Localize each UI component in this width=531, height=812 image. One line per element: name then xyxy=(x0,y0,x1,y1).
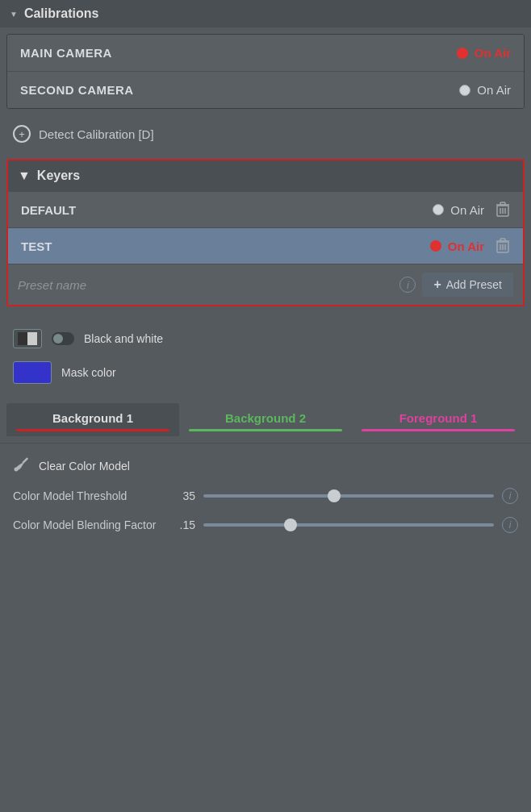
dot-test xyxy=(430,240,441,252)
blending-label: Color Model Blending Factor xyxy=(13,518,158,531)
keyers-title: Keyers xyxy=(37,169,80,183)
dot-active-main xyxy=(457,48,468,59)
preset-name-row: i + Add Preset xyxy=(8,264,523,305)
bw-row: Black and white xyxy=(13,323,518,355)
calibrations-title: Calibrations xyxy=(24,6,98,21)
preset-name-input[interactable] xyxy=(18,278,393,292)
keyers-section: ▼ Keyers DEFAULT On Air xyxy=(6,159,525,306)
add-preset-button[interactable]: + Add Preset xyxy=(422,273,513,297)
tab-background2-underline xyxy=(189,429,342,431)
svg-rect-8 xyxy=(500,239,505,241)
threshold-value: 35 xyxy=(166,489,195,502)
threshold-label: Color Model Threshold xyxy=(13,489,158,502)
on-air-default: On Air xyxy=(433,203,484,217)
blending-info-button[interactable]: i xyxy=(502,517,518,533)
on-air-label-test: On Air xyxy=(448,239,484,253)
blending-thumb[interactable] xyxy=(284,518,297,531)
on-air-label-default: On Air xyxy=(450,203,484,217)
on-air-label-second: On Air xyxy=(477,83,511,97)
svg-line-15 xyxy=(23,458,27,463)
blending-slider-row: Color Model Blending Factor .15 i xyxy=(0,510,531,539)
tab-foreground1-underline xyxy=(362,429,515,431)
svg-rect-2 xyxy=(500,202,505,205)
controls-section: Black and white Mask color xyxy=(0,313,531,400)
detect-calibration-row[interactable]: Detect Calibration [D] xyxy=(0,115,531,152)
camera-name-main: MAIN CAMERA xyxy=(20,46,112,60)
camera-row-second[interactable]: SECOND CAMERA On Air xyxy=(7,72,524,108)
clear-color-model-label: Clear Color Model xyxy=(39,460,130,473)
bw-label: Black and white xyxy=(84,332,163,345)
keyer-right-test: On Air xyxy=(430,238,510,254)
threshold-thumb[interactable] xyxy=(328,489,341,502)
camera-list: MAIN CAMERA On Air SECOND CAMERA On Air xyxy=(6,34,525,109)
main-panel: ▼ Calibrations MAIN CAMERA On Air SECOND… xyxy=(0,0,531,539)
svg-point-14 xyxy=(15,468,19,472)
calibrations-arrow: ▼ xyxy=(10,10,18,19)
mask-color-row: Mask color xyxy=(13,355,518,390)
add-icon: + xyxy=(433,277,441,292)
calibrations-header[interactable]: ▼ Calibrations xyxy=(0,0,531,27)
keyer-right-default: On Air xyxy=(433,202,510,218)
detect-calibration-label: Detect Calibration [D] xyxy=(39,127,154,141)
divider-1 xyxy=(0,443,531,443)
keyer-row-test[interactable]: TEST On Air xyxy=(8,227,523,264)
threshold-info-button[interactable]: i xyxy=(502,488,518,504)
tab-background2-label: Background 2 xyxy=(225,411,306,425)
tab-foreground1[interactable]: Foreground 1 xyxy=(352,403,525,436)
clear-color-model-row: Clear Color Model xyxy=(0,447,531,481)
on-air-label-main: On Air xyxy=(475,46,511,60)
keyer-name-test: TEST xyxy=(21,239,52,253)
dot-inactive-second xyxy=(459,85,470,96)
preset-info-button[interactable]: i xyxy=(399,277,416,293)
on-air-main: On Air xyxy=(457,46,511,60)
brush-icon xyxy=(13,455,31,477)
keyers-header[interactable]: ▼ Keyers xyxy=(8,160,523,191)
bw-toggle[interactable] xyxy=(52,332,74,345)
delete-default-button[interactable] xyxy=(495,202,510,218)
tab-background1[interactable]: Background 1 xyxy=(6,403,179,436)
delete-test-button[interactable] xyxy=(495,238,510,254)
keyer-row-default[interactable]: DEFAULT On Air xyxy=(8,191,523,227)
on-air-second: On Air xyxy=(459,83,511,97)
threshold-track xyxy=(203,494,494,498)
threshold-slider-row: Color Model Threshold 35 i xyxy=(0,481,531,510)
keyer-name-default: DEFAULT xyxy=(21,203,76,217)
camera-row-main[interactable]: MAIN CAMERA On Air xyxy=(7,35,524,72)
tabs-row: Background 1 Background 2 Foreground 1 xyxy=(6,403,525,436)
add-preset-label: Add Preset xyxy=(446,278,502,291)
tab-background2[interactable]: Background 2 xyxy=(179,403,352,436)
dot-default xyxy=(433,204,444,215)
on-air-test: On Air xyxy=(430,239,484,253)
mask-color-swatch[interactable] xyxy=(13,361,52,384)
tab-background1-underline xyxy=(16,429,169,431)
bw-icon xyxy=(13,329,42,348)
mask-color-label: Mask color xyxy=(61,366,116,379)
tab-foreground1-label: Foreground 1 xyxy=(399,411,478,425)
tab-background1-label: Background 1 xyxy=(52,411,133,425)
blending-track xyxy=(203,523,494,527)
detect-calibration-icon xyxy=(13,125,31,143)
svg-rect-13 xyxy=(27,332,37,345)
svg-rect-12 xyxy=(18,332,27,345)
blending-value: .15 xyxy=(166,518,195,531)
camera-name-second: SECOND CAMERA xyxy=(20,83,134,97)
keyers-arrow: ▼ xyxy=(18,169,31,183)
